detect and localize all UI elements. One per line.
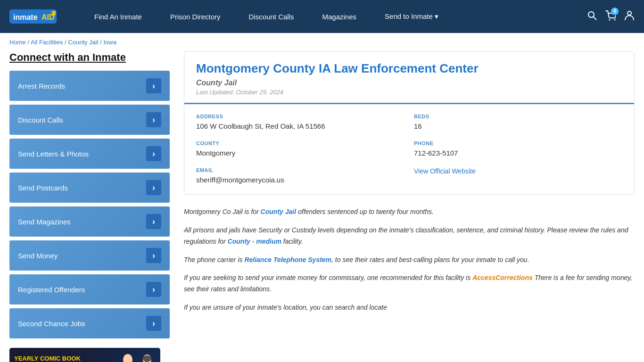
facility-updated: Last Updated: October 29, 2024	[196, 89, 622, 96]
cart-badge: 0	[611, 8, 619, 15]
main-layout: Connect with an Inmate Arrest Records › …	[0, 51, 644, 362]
nav-send-to-inmate[interactable]: Send to Inmate ▾	[371, 12, 453, 21]
email-label: EMAIL	[196, 167, 405, 173]
arrow-icon: ›	[146, 78, 161, 93]
desc-para-2: All prisons and jails have Security or C…	[184, 225, 635, 247]
beds-label: BEDS	[414, 114, 622, 119]
svg-point-4	[588, 12, 594, 17]
nav-magazines[interactable]: Magazines	[308, 13, 371, 21]
desc-para-5: If you are unsure of your inmate's locat…	[184, 302, 635, 313]
svg-point-21	[143, 355, 151, 362]
sidebar-item-label: Registered Offenders	[18, 286, 85, 294]
county-group: COUNTY Montgomery	[196, 140, 405, 158]
address-label: ADDRESS	[196, 114, 405, 119]
ad-text: YEARLY COMIC BOOKSUBSCRIPTIONS STARTING …	[14, 355, 119, 362]
sidebar-item-discount-calls[interactable]: Discount Calls ›	[9, 105, 170, 135]
facility-title: Montgomery County IA Law Enforcement Cen…	[196, 61, 622, 76]
arrow-icon: ›	[146, 282, 161, 297]
sidebar-item-send-magazines[interactable]: Send Magazines ›	[9, 206, 170, 237]
facility-card: Montgomery County IA Law Enforcement Cen…	[184, 51, 635, 195]
svg-point-9	[123, 354, 132, 362]
ad-heroes	[119, 354, 156, 362]
desc-para-3: The phone carrier is Reliance Telephone …	[184, 255, 635, 266]
sidebar-item-send-letters[interactable]: Send Letters & Photos ›	[9, 139, 170, 169]
arrow-icon: ›	[146, 180, 161, 195]
search-icon	[587, 11, 597, 20]
sidebar-item-arrest-records[interactable]: Arrest Records ›	[9, 71, 170, 101]
content: Montgomery County IA Law Enforcement Cen…	[184, 51, 635, 362]
view-official-website-link[interactable]: View Official Website	[414, 167, 476, 175]
reliance-telephone-link[interactable]: Reliance Telephone System	[244, 256, 331, 263]
arrow-icon: ›	[146, 316, 161, 331]
svg-point-6	[609, 19, 611, 20]
header: inmate AID Find An Inmate Prison Directo…	[0, 0, 644, 33]
phone-label: PHONE	[414, 140, 622, 146]
desc-para-4: If you are seeking to send your inmate m…	[184, 272, 635, 295]
sidebar-item-label: Send Letters & Photos	[18, 150, 89, 158]
search-button[interactable]	[587, 11, 597, 23]
facility-details: ADDRESS 106 W Coolbaugh St, Red Oak, IA …	[184, 103, 634, 194]
county-jail-link-1[interactable]: County Jail	[261, 208, 296, 215]
user-icon	[624, 10, 635, 20]
arrow-icon: ›	[146, 112, 161, 127]
email-group: EMAIL sheriff@montgomerycoia.us	[196, 167, 405, 185]
email-value: sheriff@montgomerycoia.us	[196, 175, 405, 185]
facility-type: County Jail	[196, 79, 622, 87]
main-nav: Find An Inmate Prison Directory Discount…	[80, 12, 587, 21]
phone-group: PHONE 712-623-5107	[414, 140, 622, 158]
user-button[interactable]	[624, 10, 635, 23]
website-group: View Official Website	[414, 167, 622, 185]
nav-find-inmate[interactable]: Find An Inmate	[80, 13, 156, 21]
county-label: COUNTY	[196, 140, 405, 146]
logo-icon: inmate AID	[9, 7, 61, 26]
breadcrumb-all-facilities[interactable]: All Facilities	[31, 39, 63, 46]
ad-banner[interactable]: YEARLY COMIC BOOKSUBSCRIPTIONS STARTING …	[9, 348, 160, 362]
superman-icon	[119, 354, 137, 362]
county-value: Montgomery	[196, 148, 405, 158]
svg-point-7	[614, 19, 616, 20]
address-value: 106 W Coolbaugh St, Red Oak, IA 51566	[196, 121, 405, 131]
nav-prison-directory[interactable]: Prison Directory	[156, 13, 235, 21]
sidebar-title: Connect with an Inmate	[9, 51, 170, 64]
sidebar: Connect with an Inmate Arrest Records › …	[9, 51, 170, 362]
county-medium-link[interactable]: County - medium	[228, 238, 281, 245]
address-group: ADDRESS 106 W Coolbaugh St, Red Oak, IA …	[196, 114, 405, 131]
sidebar-item-label: Send Postcards	[18, 184, 68, 192]
breadcrumb-county-jail[interactable]: County Jail	[68, 39, 98, 46]
nav-discount-calls[interactable]: Discount Calls	[235, 13, 308, 21]
batman-icon	[139, 354, 156, 362]
arrow-icon: ›	[146, 214, 161, 229]
sidebar-item-second-chance-jobs[interactable]: Second Chance Jobs ›	[9, 308, 170, 338]
sidebar-item-label: Second Chance Jobs	[18, 320, 85, 328]
svg-point-8	[627, 11, 631, 15]
sidebar-item-label: Arrest Records	[18, 82, 65, 90]
cart-button[interactable]: 0	[605, 10, 616, 23]
arrow-icon: ›	[146, 146, 161, 161]
access-corrections-link[interactable]: AccessCorrections	[472, 274, 533, 281]
breadcrumb-home[interactable]: Home	[9, 39, 26, 46]
description: Montgomery Co Jail is for County Jail of…	[184, 204, 635, 323]
sidebar-item-send-postcards[interactable]: Send Postcards ›	[9, 173, 170, 203]
sidebar-item-label: Discount Calls	[18, 116, 63, 124]
breadcrumb-iowa[interactable]: Iowa	[103, 39, 116, 46]
arrow-icon: ›	[146, 248, 161, 263]
sidebar-item-send-money[interactable]: Send Money ›	[9, 240, 170, 271]
desc-para-1: Montgomery Co Jail is for County Jail of…	[184, 206, 635, 218]
logo-area: inmate AID	[9, 7, 61, 26]
svg-line-5	[594, 17, 596, 20]
beds-group: BEDS 16	[414, 114, 622, 131]
sidebar-item-label: Send Money	[18, 252, 58, 260]
sidebar-item-registered-offenders[interactable]: Registered Offenders ›	[9, 274, 170, 304]
facility-header: Montgomery County IA Law Enforcement Cen…	[184, 52, 634, 103]
beds-value: 16	[414, 121, 622, 131]
svg-marker-20	[150, 354, 153, 357]
header-right: 0	[587, 10, 635, 23]
sidebar-item-label: Send Magazines	[18, 218, 71, 226]
ad-title: YEARLY COMIC BOOKSUBSCRIPTIONS	[14, 355, 119, 362]
breadcrumb: Home / All Facilities / County Jail / Io…	[0, 33, 644, 51]
svg-text:inmate: inmate	[13, 13, 38, 21]
phone-value: 712-623-5107	[414, 148, 622, 158]
